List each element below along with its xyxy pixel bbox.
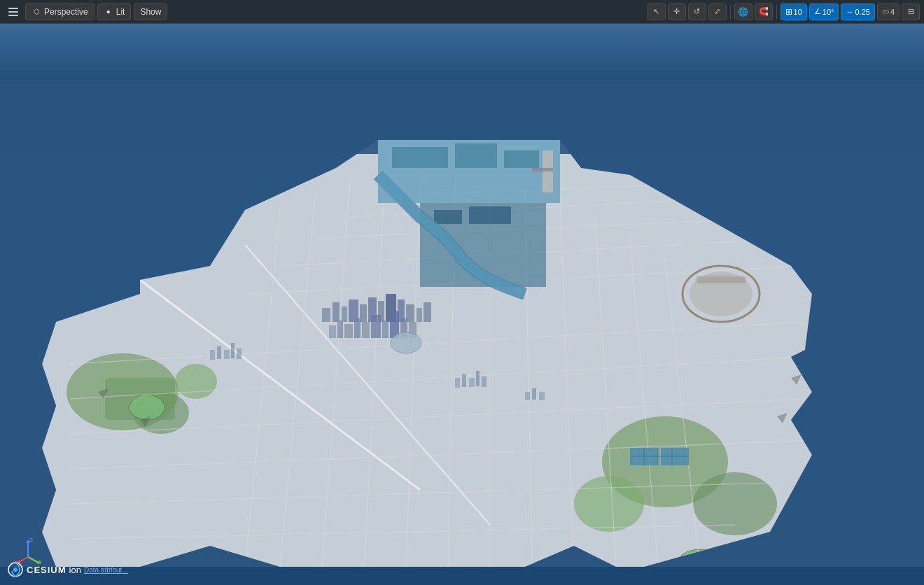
svg-rect-82 bbox=[231, 343, 234, 358]
svg-rect-88 bbox=[482, 376, 486, 387]
show-button[interactable]: Show bbox=[134, 3, 167, 20]
layout-icon: ⊟ bbox=[908, 7, 914, 16]
show-label: Show bbox=[140, 7, 161, 17]
svg-rect-91 bbox=[539, 392, 545, 400]
angle-value: 10° bbox=[822, 8, 834, 16]
rotate-icon: ↺ bbox=[694, 7, 700, 16]
lit-icon: ● bbox=[104, 7, 113, 17]
svg-point-8 bbox=[130, 395, 164, 420]
toolbar-right: ↖ ✛ ↺ ⤢ 🌐 🧲 bbox=[648, 3, 920, 20]
svg-rect-53 bbox=[354, 318, 360, 338]
svg-rect-75 bbox=[455, 143, 497, 168]
camera-value: 4 bbox=[890, 8, 895, 16]
scale-tool-button[interactable]: ⤢ bbox=[708, 3, 727, 20]
svg-rect-48 bbox=[416, 308, 422, 322]
ion-text: ion bbox=[69, 565, 81, 575]
svg-rect-52 bbox=[344, 324, 353, 338]
select-tool-button[interactable]: ↖ bbox=[648, 3, 666, 20]
svg-rect-85 bbox=[462, 374, 466, 387]
separator-2 bbox=[776, 5, 777, 19]
svg-rect-84 bbox=[455, 378, 460, 388]
svg-marker-100 bbox=[0, 567, 924, 585]
svg-rect-76 bbox=[504, 150, 539, 168]
svg-rect-81 bbox=[224, 350, 230, 359]
svg-rect-62 bbox=[434, 210, 462, 224]
layout-button[interactable]: ⊟ bbox=[902, 3, 920, 20]
toolbar: ⬡ Perspective ● Lit Show ↖ ✛ ↺ bbox=[0, 0, 924, 24]
svg-rect-49 bbox=[424, 302, 431, 322]
attribution-link[interactable]: Data attribut... bbox=[84, 566, 128, 574]
svg-rect-102 bbox=[0, 24, 924, 80]
viewport: ⬡ Perspective ● Lit Show ↖ ✛ ↺ bbox=[0, 0, 924, 585]
svg-rect-54 bbox=[362, 322, 370, 338]
snap-button[interactable]: 🧲 bbox=[755, 3, 773, 20]
grid-value: 10 bbox=[794, 8, 802, 16]
grid-icon: ⊞ bbox=[785, 7, 792, 17]
svg-point-11 bbox=[574, 476, 644, 532]
svg-rect-39 bbox=[332, 302, 340, 322]
svg-point-113 bbox=[13, 568, 18, 572]
svg-rect-74 bbox=[392, 147, 448, 168]
axes-indicator: Z Y X bbox=[14, 536, 42, 564]
svg-rect-51 bbox=[337, 320, 343, 338]
separator-1 bbox=[730, 5, 731, 19]
svg-rect-83 bbox=[237, 348, 241, 359]
perspective-icon: ⬡ bbox=[31, 7, 41, 17]
svg-rect-66 bbox=[696, 276, 746, 283]
grid-size-button[interactable]: ⊞ 10 bbox=[780, 3, 807, 20]
camera-button[interactable]: ▭ 4 bbox=[877, 3, 899, 20]
svg-rect-89 bbox=[525, 392, 530, 400]
svg-point-60 bbox=[391, 332, 421, 353]
svg-point-6 bbox=[175, 364, 217, 399]
svg-rect-40 bbox=[342, 306, 347, 322]
camera-icon: ▭ bbox=[882, 7, 889, 16]
svg-rect-63 bbox=[469, 206, 511, 224]
svg-rect-50 bbox=[329, 325, 336, 338]
svg-rect-42 bbox=[360, 304, 367, 322]
select-icon: ↖ bbox=[653, 7, 659, 16]
arrow-icon: ↔ bbox=[846, 8, 853, 16]
svg-rect-86 bbox=[469, 378, 475, 387]
svg-rect-79 bbox=[210, 350, 215, 360]
scale-button[interactable]: ↔ 0.25 bbox=[841, 3, 874, 20]
angle-icon: ∠ bbox=[814, 7, 821, 16]
svg-rect-90 bbox=[532, 388, 536, 400]
perspective-button[interactable]: ⬡ Perspective bbox=[25, 3, 94, 20]
world-icon: 🌐 bbox=[738, 7, 748, 17]
cesium-brand: CESIUM ion Data attribut... bbox=[7, 561, 128, 578]
snap-icon: 🧲 bbox=[759, 7, 769, 16]
svg-rect-87 bbox=[476, 371, 479, 386]
cesium-logo-icon bbox=[7, 561, 24, 578]
svg-rect-78 bbox=[532, 168, 553, 171]
svg-text:Z: Z bbox=[29, 537, 33, 543]
scale-icon: ⤢ bbox=[714, 7, 720, 16]
perspective-label: Perspective bbox=[44, 7, 88, 17]
lit-button[interactable]: ● Lit bbox=[97, 3, 132, 20]
scale-value: 0.25 bbox=[855, 8, 869, 16]
svg-rect-80 bbox=[217, 346, 221, 359]
svg-rect-55 bbox=[371, 315, 381, 338]
rotate-tool-button[interactable]: ↺ bbox=[688, 3, 706, 20]
lit-label: Lit bbox=[116, 7, 125, 17]
move-icon: ✛ bbox=[673, 7, 680, 16]
world-button[interactable]: 🌐 bbox=[734, 3, 752, 20]
cesium-text: CESIUM bbox=[27, 565, 66, 575]
hamburger-menu[interactable] bbox=[4, 3, 22, 20]
svg-rect-38 bbox=[322, 308, 330, 322]
move-tool-button[interactable]: ✛ bbox=[668, 3, 686, 20]
svg-rect-56 bbox=[382, 320, 388, 338]
angle-button[interactable]: ∠ 10° bbox=[809, 3, 839, 20]
svg-marker-98 bbox=[812, 266, 924, 490]
city-map-svg bbox=[0, 0, 924, 585]
